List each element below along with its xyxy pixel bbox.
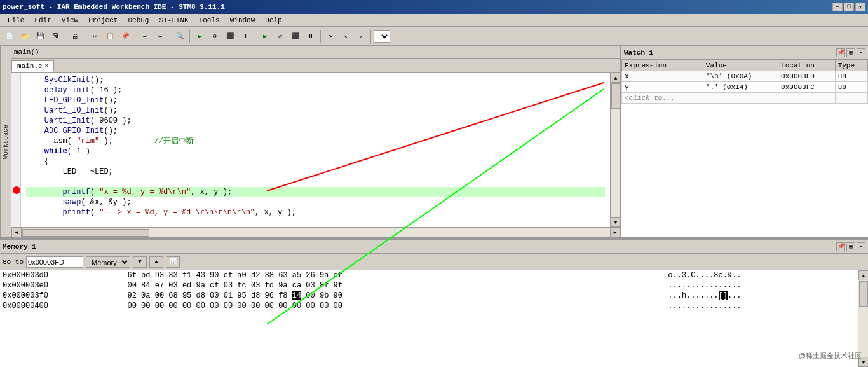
tab-main-c[interactable]: main.c × — [11, 60, 54, 72]
step-into-btn[interactable]: ↘ — [339, 29, 353, 43]
memory-up-btn[interactable]: ▲ — [149, 256, 163, 268]
paste-btn[interactable]: 📌 — [118, 29, 132, 43]
menu-debug[interactable]: Debug — [123, 15, 154, 25]
editor-scrollbar[interactable]: ▲ ▼ — [610, 73, 620, 227]
mem-scroll-up-btn[interactable]: ▲ — [858, 270, 868, 280]
code-line: { — [26, 156, 605, 167]
scroll-right-btn[interactable]: ► — [610, 228, 620, 238]
watch-col-type: Type — [835, 60, 867, 71]
scroll-left-btn[interactable]: ◄ — [11, 228, 22, 238]
watch-col-expression: Expression — [622, 60, 703, 71]
debug-restart-btn[interactable]: ↺ — [273, 29, 287, 43]
debug-go-btn[interactable]: ▶ — [258, 29, 272, 43]
step-out-btn[interactable]: ↗ — [354, 29, 368, 43]
menu-window[interactable]: Window — [225, 15, 261, 25]
watch-row-click[interactable]: <click to... — [622, 93, 868, 104]
memory-refresh-btn[interactable]: ▼ — [133, 256, 147, 268]
scroll-thumb[interactable] — [611, 83, 620, 109]
close-button[interactable]: ✕ — [855, 3, 865, 11]
memory-type-select[interactable]: Memory — [86, 256, 130, 268]
menu-edit[interactable]: Edit — [29, 15, 56, 25]
new-btn[interactable]: 📄 — [3, 29, 17, 43]
undo-btn[interactable]: ↩ — [138, 29, 152, 43]
menu-project[interactable]: Project — [83, 15, 123, 25]
open-btn[interactable]: 📂 — [18, 29, 32, 43]
memory-close-btn[interactable]: ✕ — [857, 242, 865, 251]
find-btn[interactable]: 🔍 — [173, 29, 187, 43]
minimize-button[interactable]: ─ — [832, 3, 843, 11]
code-line: delay_init( 16 ); — [26, 85, 605, 95]
memory-panel-header: Memory 1 📌 ▣ ✕ — [0, 240, 868, 254]
tab-area: main() main.c × SysClkInit(); delay_init… — [11, 46, 620, 237]
menu-help[interactable]: Help — [260, 15, 287, 25]
memory-pin-btn[interactable]: 📌 — [836, 242, 845, 251]
menu-file[interactable]: File — [3, 15, 29, 25]
code-line — [26, 177, 605, 187]
stop-btn[interactable]: ⬛ — [223, 29, 237, 43]
watch-pin-btn[interactable]: 📌 — [836, 48, 845, 57]
code-line: __asm( "rim" ); //开启中断 — [26, 136, 605, 146]
main-layout: Workspace main() main.c × — [0, 46, 868, 367]
sep5 — [189, 30, 190, 43]
save-btn[interactable]: 💾 — [33, 29, 47, 43]
watch-expr-y: y — [622, 82, 703, 93]
watch-close-btn[interactable]: ✕ — [857, 48, 865, 57]
build-btn[interactable]: ⚙ — [208, 29, 222, 43]
debug-stop-btn[interactable]: ⬛ — [288, 29, 302, 43]
scroll-down-btn[interactable]: ▼ — [611, 217, 620, 227]
menu-stlink[interactable]: ST-LINK — [154, 15, 193, 25]
watch-float-btn[interactable]: ▣ — [846, 48, 855, 57]
compile-btn[interactable]: ▶ — [193, 29, 207, 43]
mem-bytes-d0: 6f bd 93 33 f1 43 90 cf a0 d2 38 63 a5 2… — [125, 270, 666, 280]
tab-label: main.c — [17, 62, 43, 70]
maximize-button[interactable]: □ — [844, 3, 854, 11]
redo-btn[interactable]: ↪ — [153, 29, 167, 43]
watch-click-placeholder[interactable]: <click to... — [622, 93, 703, 104]
workspace-panel: Workspace — [0, 46, 11, 237]
sep3 — [135, 30, 135, 43]
memory-content-area: 0x000003d0 6f bd 93 33 f1 43 90 cf a0 d2… — [0, 270, 868, 367]
watch-row-y: y '.' (0x14) 0x0003FC u8 — [622, 82, 868, 93]
step-over-btn[interactable]: ↷ — [323, 29, 337, 43]
code-line: printf( "---> x = %d, y = %d \r\n\r\n\r\… — [26, 207, 605, 218]
sep1 — [65, 30, 65, 43]
goto-input[interactable] — [26, 256, 83, 268]
watch-col-value: Value — [703, 60, 778, 71]
cut-btn[interactable]: ✂ — [88, 29, 102, 43]
code-editor[interactable]: SysClkInit(); delay_init( 16 ); LED_GPIO… — [21, 73, 610, 227]
debug-break-btn[interactable]: ⏸ — [304, 29, 318, 43]
save-all-btn[interactable]: 🖫 — [48, 29, 62, 43]
watch-table: Expression Value Location Type x '\n' (0… — [621, 60, 868, 104]
print-btn[interactable]: 🖨 — [68, 29, 82, 43]
menu-view[interactable]: View — [57, 15, 83, 25]
code-line: LED_GPIO_Init(); — [26, 95, 605, 106]
scroll-up-btn[interactable]: ▲ — [611, 73, 620, 83]
watch-row-x: x '\n' (0x0A) 0x0003FD u8 — [622, 71, 868, 82]
memory-view[interactable]: 0x000003d0 6f bd 93 33 f1 43 90 cf a0 d2… — [0, 270, 858, 367]
copy-btn[interactable]: 📋 — [103, 29, 117, 43]
debug-select[interactable] — [374, 30, 390, 43]
editor-content: SysClkInit(); delay_init( 16 ); LED_GPIO… — [11, 73, 620, 227]
memory-table: 0x000003d0 6f bd 93 33 f1 43 90 cf a0 d2… — [0, 270, 858, 311]
memory-float-btn[interactable]: ▣ — [846, 242, 855, 251]
code-line: sawp( &x, &y ); — [26, 197, 605, 207]
memory-row: 0x000003f0 92 0a 00 68 95 d8 00 01 95 d8… — [0, 291, 858, 301]
menu-tools[interactable]: Tools — [194, 15, 225, 25]
mem-scroll-thumb[interactable] — [859, 281, 868, 307]
tab-close-btn[interactable]: × — [45, 63, 48, 69]
watch-value-y: '.' (0x14) — [703, 82, 778, 93]
breakpoint-area — [11, 73, 21, 227]
memory-chart-btn[interactable]: 📊 — [166, 256, 180, 268]
horizontal-scrollbar[interactable]: ◄ ► — [11, 227, 620, 237]
goto-label: Go to — [3, 258, 24, 266]
sep6 — [255, 30, 255, 43]
editor-area: Workspace main() main.c × — [0, 46, 868, 239]
watch-location-x: 0x0003FD — [778, 71, 836, 82]
toolbar: 📄 📂 💾 🖫 🖨 ✂ 📋 📌 ↩ ↪ 🔍 ▶ ⚙ ⬛ ⬇ ▶ ↺ ⬛ ⏸ ↷ … — [0, 27, 868, 46]
watermark: @稀土掘金技术社区 — [799, 351, 862, 361]
function-bar: main() — [11, 46, 620, 59]
watch-col-location: Location — [778, 60, 836, 71]
mem-ascii-e0: ................ — [665, 280, 858, 291]
hscroll-thumb[interactable] — [22, 229, 149, 237]
download-btn[interactable]: ⬇ — [238, 29, 252, 43]
